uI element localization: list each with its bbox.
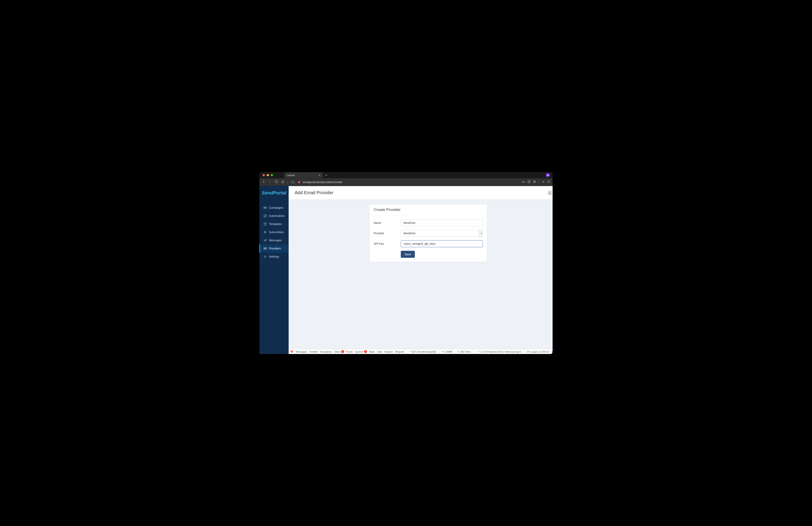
maximize-window-button[interactable]	[271, 174, 273, 176]
sidebar-item-messages[interactable]: Messages	[259, 236, 289, 244]
debugbar: Messages Timeline Exceptions Views 1 Rou…	[289, 349, 553, 354]
minimize-window-button[interactable]	[267, 174, 269, 176]
sidebar-nav: Campaigns Automations Templates	[259, 204, 289, 261]
debugbar-route-info[interactable]: GET providers/type/{id}	[408, 350, 436, 353]
laravel-logo-icon	[290, 350, 293, 354]
user-menu[interactable]: Will ▾	[547, 190, 553, 195]
form-row-name: Name	[374, 220, 483, 226]
svg-point-8	[441, 351, 442, 352]
app-menu-icon[interactable]	[547, 180, 550, 184]
debugbar-tab-gate[interactable]: Gate	[377, 350, 382, 353]
form-row-apikey: API Key	[374, 240, 483, 247]
tab-title: Laravel	[287, 174, 295, 177]
sidebar-item-label: Messages	[269, 239, 282, 242]
sidebar-item-campaigns[interactable]: Campaigns	[259, 204, 289, 212]
provider-select[interactable]	[401, 230, 483, 237]
svg-point-3	[265, 231, 266, 232]
sidebar-item-templates[interactable]: Templates	[259, 220, 289, 228]
page-title: Add Email Provider	[294, 190, 333, 195]
svg-point-6	[549, 192, 551, 193]
browser-window: Laravel ✕ + sendportal.test/providers/cr	[259, 172, 553, 354]
bookmark-icon[interactable]	[533, 180, 536, 184]
queries-badge: 2	[364, 350, 367, 353]
debugbar-tab-request[interactable]: Request	[395, 350, 404, 353]
tab-close-icon[interactable]: ✕	[318, 174, 321, 177]
form-row-provider: Provider ▾	[374, 230, 483, 237]
envelope-icon	[263, 206, 267, 209]
browser-toolbar: sendportal.test/providers/create •••	[259, 178, 553, 186]
private-mode-icon	[546, 173, 550, 177]
debugbar-ajax[interactable]: #4 2 (ajax) (12:36:41)	[527, 350, 549, 353]
debugbar-tab-session[interactable]: Session	[385, 350, 393, 353]
site-info-button[interactable]	[290, 181, 295, 184]
debugbar-history-icon[interactable]: ▾	[552, 350, 553, 353]
sidebar-item-label: Settings	[269, 255, 279, 258]
gear-icon	[263, 255, 267, 258]
home-button[interactable]	[281, 180, 285, 184]
close-window-button[interactable]	[263, 174, 265, 176]
back-button[interactable]	[262, 180, 266, 184]
sidebar-item-settings[interactable]: Settings	[259, 253, 289, 261]
debugbar-tab-mails[interactable]: Mails	[369, 350, 375, 353]
app-logo[interactable]: SendPortal	[259, 186, 289, 200]
browser-titlebar: Laravel ✕ +	[259, 172, 553, 178]
site-security-icon	[298, 181, 301, 183]
reader-mode-icon[interactable]	[527, 180, 531, 184]
create-provider-card: Create Provider Name Provider	[369, 204, 487, 262]
sidebar-item-label: Campaigns	[269, 206, 283, 209]
sidebar-item-label: Subscribers	[269, 231, 284, 234]
url-text: sendportal.test/providers/create	[303, 181, 342, 184]
user-icon	[263, 231, 267, 234]
window-controls	[263, 174, 273, 176]
api-key-input[interactable]	[401, 240, 483, 247]
page-viewport: SendPortal Campaigns Automations	[259, 186, 553, 354]
svg-point-5	[265, 256, 265, 257]
label-name: Name	[374, 221, 401, 225]
debugbar-tab-timeline[interactable]: Timeline	[309, 350, 318, 353]
debugbar-tab-route[interactable]: Route	[346, 350, 353, 353]
sidebar-item-subscribers[interactable]: Subscribers	[259, 228, 289, 236]
debugbar-time[interactable]: 382.34ms	[458, 350, 471, 353]
overflow-icon[interactable]	[542, 180, 545, 184]
sidebar-item-automations[interactable]: Automations	[259, 212, 289, 220]
address-bar[interactable]: sendportal.test/providers/create	[303, 181, 519, 184]
reload-button[interactable]	[274, 180, 278, 184]
forward-button[interactable]	[268, 180, 272, 184]
send-icon	[263, 239, 267, 242]
card-title: Create Provider	[369, 205, 487, 215]
avatar-icon	[547, 190, 552, 195]
browser-tab[interactable]: Laravel ✕	[284, 172, 323, 178]
content-area: Create Provider Name Provider	[289, 200, 553, 349]
debugbar-memory[interactable]: 5.28MB	[441, 350, 452, 353]
svg-point-7	[442, 351, 443, 352]
label-apikey: API Key	[374, 242, 401, 245]
refresh-icon	[263, 214, 267, 217]
debugbar-tab-views[interactable]: Views 1	[334, 350, 344, 353]
save-button[interactable]: Save	[401, 251, 415, 258]
sidebar: SendPortal Campaigns Automations	[259, 186, 289, 354]
sidebar-item-label: Templates	[269, 223, 282, 226]
views-badge: 1	[341, 350, 344, 353]
mail-icon	[263, 247, 267, 250]
debugbar-tab-messages[interactable]: Messages	[296, 350, 307, 353]
label-provider: Provider	[374, 232, 401, 235]
topbar: Add Email Provider Will ▾	[289, 186, 553, 200]
sidebar-item-providers[interactable]: Providers	[259, 244, 289, 253]
new-tab-button[interactable]: +	[325, 173, 327, 177]
sidebar-item-label: Providers	[269, 247, 281, 250]
debugbar-tab-exceptions[interactable]: Exceptions	[320, 350, 332, 353]
debugbar-tab-queries[interactable]: Queries 2	[355, 350, 367, 353]
debugbar-php[interactable]: 7.3.15-3+ubuntu18.04.1+deb.sury.org+1	[476, 350, 522, 353]
file-icon	[263, 223, 267, 226]
name-input[interactable]	[401, 220, 483, 226]
main-column: Add Email Provider Will ▾ Create Provide…	[289, 186, 553, 354]
sidebar-item-label: Automations	[269, 214, 285, 217]
svg-point-9	[443, 351, 444, 352]
page-actions-icon[interactable]: •••	[522, 181, 525, 184]
